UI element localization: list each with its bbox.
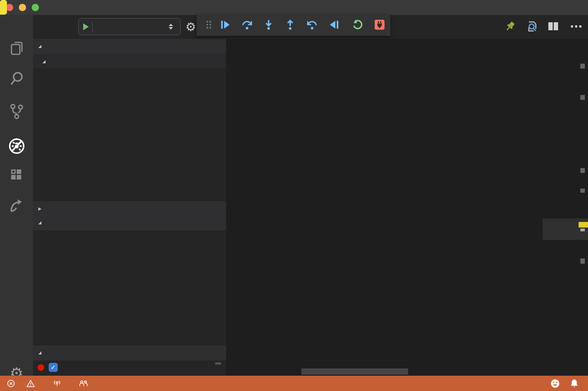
config-spinner-icon[interactable] [169,24,173,30]
step-out-button[interactable] [284,19,296,31]
call-stack-section-header[interactable] [33,215,226,230]
participants-status[interactable] [79,379,91,388]
horizontal-scrollbar[interactable] [301,368,408,375]
search-icon[interactable] [0,66,33,90]
liveshare-session-status[interactable] [53,379,64,388]
breakpoint-dot-icon [38,364,44,371]
breakpoint-row[interactable]: ✓ [33,360,226,375]
minimap[interactable] [543,39,578,376]
continue-button[interactable] [219,19,231,31]
scope-local-row[interactable] [33,54,226,68]
ruler-marker [580,95,585,100]
step-into-button[interactable] [263,19,275,31]
ruler-marker [580,168,585,173]
reverse-continue-button[interactable] [328,19,340,31]
explorer-icon[interactable] [0,36,33,60]
step-over-button[interactable] [241,19,253,31]
debug-config-dropdown[interactable] [78,18,181,35]
breakpoint-line-badge [215,362,221,365]
debug-icon[interactable] [0,134,33,158]
debug-sidebar: ⚙ ▶ ✓ [33,15,226,376]
split-editor-icon[interactable] [547,20,559,34]
ruler-marker-participant [579,222,588,228]
activity-bar: ⚙ [0,15,33,376]
step-back-button[interactable] [306,19,318,31]
errors-status[interactable] [7,380,17,388]
ruler-marker [580,229,585,231]
zoom-button[interactable] [32,4,39,11]
drag-handle-icon[interactable] [203,19,215,31]
ruler-marker [580,189,585,193]
extensions-icon[interactable] [0,162,33,186]
more-actions-icon[interactable] [570,24,582,30]
variables-section-header[interactable] [33,39,226,54]
pin-icon[interactable] [504,20,516,34]
live-share-icon[interactable] [0,193,33,218]
restart-button[interactable] [352,19,364,31]
disconnect-button[interactable] [374,19,386,31]
breakpoint-checkbox[interactable]: ✓ [49,363,58,372]
feedback-smiley-icon[interactable] [550,379,562,388]
ruler-marker [580,258,585,264]
status-bar [0,376,588,391]
ruler-marker [580,64,585,69]
liveshare-participant-label [0,0,7,15]
notifications-bell-icon[interactable] [570,379,581,388]
warnings-status[interactable] [26,380,37,388]
debug-configure-gear-icon[interactable]: ⚙ [185,20,196,34]
minimize-button[interactable] [19,4,26,11]
close-button[interactable] [6,4,13,11]
open-preview-icon[interactable] [525,19,539,35]
breakpoints-section-header[interactable] [33,345,226,360]
start-debug-icon[interactable] [83,23,89,30]
title-bar [0,0,588,15]
source-control-icon[interactable] [0,99,33,123]
vscode-window: ⚙ ⚙ ▶ [0,0,588,391]
debug-toolbar [197,14,390,36]
watch-section-header[interactable]: ▶ [33,201,226,216]
editor-group[interactable] [226,15,588,376]
